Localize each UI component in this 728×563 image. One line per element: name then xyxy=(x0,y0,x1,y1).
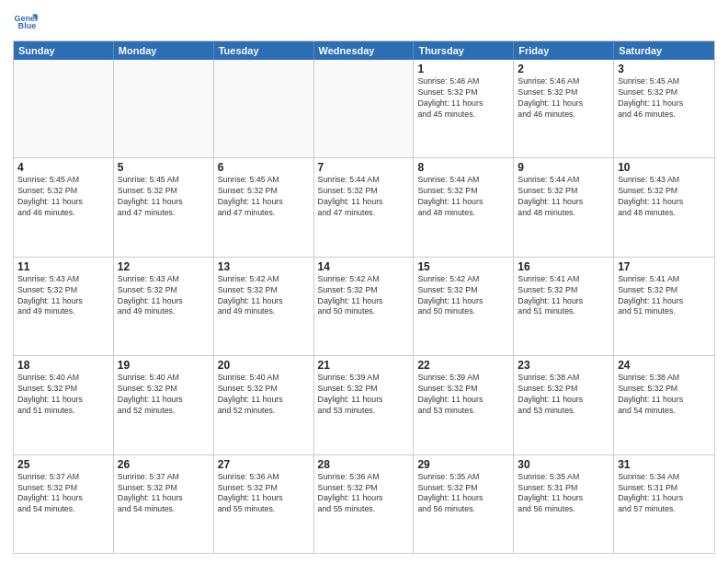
cell-info: Sunrise: 5:41 AM Sunset: 5:32 PM Dayligh… xyxy=(618,274,711,318)
day-cell-11: 11Sunrise: 5:43 AM Sunset: 5:32 PM Dayli… xyxy=(14,258,114,355)
day-number: 21 xyxy=(318,359,410,372)
cell-info: Sunrise: 5:38 AM Sunset: 5:32 PM Dayligh… xyxy=(618,373,711,417)
day-number: 17 xyxy=(618,260,711,273)
day-number: 29 xyxy=(417,458,509,471)
day-number: 26 xyxy=(118,458,210,471)
cell-info: Sunrise: 5:44 AM Sunset: 5:32 PM Dayligh… xyxy=(318,175,410,219)
day-cell-23: 23Sunrise: 5:38 AM Sunset: 5:32 PM Dayli… xyxy=(514,356,614,454)
day-number: 7 xyxy=(318,161,410,174)
day-cell-5: 5Sunrise: 5:45 AM Sunset: 5:32 PM Daylig… xyxy=(114,158,214,256)
calendar: SundayMondayTuesdayWednesdayThursdayFrid… xyxy=(13,40,715,554)
cell-info: Sunrise: 5:44 AM Sunset: 5:32 PM Dayligh… xyxy=(518,175,609,219)
day-number: 8 xyxy=(417,161,509,174)
empty-cell xyxy=(214,60,314,157)
cell-info: Sunrise: 5:36 AM Sunset: 5:32 PM Dayligh… xyxy=(318,472,410,516)
cell-info: Sunrise: 5:35 AM Sunset: 5:31 PM Dayligh… xyxy=(518,472,609,516)
day-cell-2: 2Sunrise: 5:46 AM Sunset: 5:32 PM Daylig… xyxy=(514,60,614,157)
day-cell-24: 24Sunrise: 5:38 AM Sunset: 5:32 PM Dayli… xyxy=(614,356,714,454)
calendar-row-2: 4Sunrise: 5:45 AM Sunset: 5:32 PM Daylig… xyxy=(14,157,714,256)
cell-info: Sunrise: 5:39 AM Sunset: 5:32 PM Dayligh… xyxy=(417,373,509,417)
day-number: 25 xyxy=(17,458,109,471)
day-cell-18: 18Sunrise: 5:40 AM Sunset: 5:32 PM Dayli… xyxy=(14,356,114,454)
page-header: General Blue xyxy=(13,9,715,35)
day-header-sunday: Sunday xyxy=(14,41,114,60)
day-cell-17: 17Sunrise: 5:41 AM Sunset: 5:32 PM Dayli… xyxy=(614,258,714,355)
calendar-row-3: 11Sunrise: 5:43 AM Sunset: 5:32 PM Dayli… xyxy=(14,257,714,355)
day-number: 19 xyxy=(118,359,210,372)
day-number: 11 xyxy=(17,260,109,273)
day-cell-4: 4Sunrise: 5:45 AM Sunset: 5:32 PM Daylig… xyxy=(14,158,114,256)
cell-info: Sunrise: 5:42 AM Sunset: 5:32 PM Dayligh… xyxy=(218,274,310,318)
day-number: 3 xyxy=(618,63,711,75)
day-header-saturday: Saturday xyxy=(614,41,714,60)
day-number: 9 xyxy=(518,161,609,174)
day-cell-21: 21Sunrise: 5:39 AM Sunset: 5:32 PM Dayli… xyxy=(314,356,415,454)
cell-info: Sunrise: 5:36 AM Sunset: 5:32 PM Dayligh… xyxy=(218,472,310,516)
day-number: 1 xyxy=(417,63,509,75)
day-cell-13: 13Sunrise: 5:42 AM Sunset: 5:32 PM Dayli… xyxy=(214,258,314,355)
day-number: 31 xyxy=(618,458,711,471)
logo-icon: General Blue xyxy=(13,9,39,35)
cell-info: Sunrise: 5:45 AM Sunset: 5:32 PM Dayligh… xyxy=(118,175,210,219)
day-cell-19: 19Sunrise: 5:40 AM Sunset: 5:32 PM Dayli… xyxy=(114,356,214,454)
day-header-wednesday: Wednesday xyxy=(314,41,415,60)
calendar-body: 1Sunrise: 5:46 AM Sunset: 5:32 PM Daylig… xyxy=(14,60,714,553)
cell-info: Sunrise: 5:43 AM Sunset: 5:32 PM Dayligh… xyxy=(618,175,711,219)
day-cell-26: 26Sunrise: 5:37 AM Sunset: 5:32 PM Dayli… xyxy=(114,455,214,553)
day-header-thursday: Thursday xyxy=(414,41,514,60)
day-number: 27 xyxy=(218,458,310,471)
day-number: 22 xyxy=(417,359,509,372)
day-number: 16 xyxy=(518,260,609,273)
cell-info: Sunrise: 5:40 AM Sunset: 5:32 PM Dayligh… xyxy=(118,373,210,417)
calendar-header: SundayMondayTuesdayWednesdayThursdayFrid… xyxy=(14,41,714,60)
day-header-friday: Friday xyxy=(514,41,614,60)
day-number: 2 xyxy=(518,63,609,75)
day-cell-30: 30Sunrise: 5:35 AM Sunset: 5:31 PM Dayli… xyxy=(514,455,614,553)
day-cell-8: 8Sunrise: 5:44 AM Sunset: 5:32 PM Daylig… xyxy=(414,158,514,256)
day-number: 30 xyxy=(518,458,609,471)
day-cell-9: 9Sunrise: 5:44 AM Sunset: 5:32 PM Daylig… xyxy=(514,158,614,256)
day-number: 23 xyxy=(518,359,609,372)
cell-info: Sunrise: 5:45 AM Sunset: 5:32 PM Dayligh… xyxy=(17,175,109,219)
cell-info: Sunrise: 5:46 AM Sunset: 5:32 PM Dayligh… xyxy=(518,76,609,121)
svg-text:Blue: Blue xyxy=(18,21,37,30)
calendar-row-5: 25Sunrise: 5:37 AM Sunset: 5:32 PM Dayli… xyxy=(14,454,714,553)
cell-info: Sunrise: 5:45 AM Sunset: 5:32 PM Dayligh… xyxy=(218,175,310,219)
cell-info: Sunrise: 5:42 AM Sunset: 5:32 PM Dayligh… xyxy=(417,274,509,318)
day-cell-12: 12Sunrise: 5:43 AM Sunset: 5:32 PM Dayli… xyxy=(114,258,214,355)
logo: General Blue xyxy=(13,9,39,35)
cell-info: Sunrise: 5:37 AM Sunset: 5:32 PM Dayligh… xyxy=(118,472,210,516)
cell-info: Sunrise: 5:34 AM Sunset: 5:31 PM Dayligh… xyxy=(618,472,711,516)
day-cell-14: 14Sunrise: 5:42 AM Sunset: 5:32 PM Dayli… xyxy=(314,258,415,355)
day-cell-28: 28Sunrise: 5:36 AM Sunset: 5:32 PM Dayli… xyxy=(314,455,415,553)
cell-info: Sunrise: 5:37 AM Sunset: 5:32 PM Dayligh… xyxy=(17,472,109,516)
empty-cell xyxy=(114,60,214,157)
empty-cell xyxy=(14,60,114,157)
cell-info: Sunrise: 5:43 AM Sunset: 5:32 PM Dayligh… xyxy=(17,274,109,318)
day-number: 12 xyxy=(118,260,210,273)
day-cell-3: 3Sunrise: 5:45 AM Sunset: 5:32 PM Daylig… xyxy=(614,60,714,157)
cell-info: Sunrise: 5:43 AM Sunset: 5:32 PM Dayligh… xyxy=(118,274,210,318)
day-number: 28 xyxy=(318,458,410,471)
cell-info: Sunrise: 5:38 AM Sunset: 5:32 PM Dayligh… xyxy=(518,373,609,417)
day-number: 14 xyxy=(318,260,410,273)
day-number: 5 xyxy=(118,161,210,174)
day-number: 20 xyxy=(218,359,310,372)
day-header-monday: Monday xyxy=(114,41,214,60)
cell-info: Sunrise: 5:35 AM Sunset: 5:32 PM Dayligh… xyxy=(417,472,509,516)
day-number: 13 xyxy=(218,260,310,273)
day-cell-29: 29Sunrise: 5:35 AM Sunset: 5:32 PM Dayli… xyxy=(414,455,514,553)
cell-info: Sunrise: 5:44 AM Sunset: 5:32 PM Dayligh… xyxy=(417,175,509,219)
calendar-row-1: 1Sunrise: 5:46 AM Sunset: 5:32 PM Daylig… xyxy=(14,60,714,157)
day-number: 10 xyxy=(618,161,711,174)
cell-info: Sunrise: 5:39 AM Sunset: 5:32 PM Dayligh… xyxy=(318,373,410,417)
day-number: 15 xyxy=(417,260,509,273)
day-number: 6 xyxy=(218,161,310,174)
day-cell-20: 20Sunrise: 5:40 AM Sunset: 5:32 PM Dayli… xyxy=(214,356,314,454)
day-cell-22: 22Sunrise: 5:39 AM Sunset: 5:32 PM Dayli… xyxy=(414,356,514,454)
cell-info: Sunrise: 5:40 AM Sunset: 5:32 PM Dayligh… xyxy=(218,373,310,417)
cell-info: Sunrise: 5:45 AM Sunset: 5:32 PM Dayligh… xyxy=(618,76,711,121)
day-cell-10: 10Sunrise: 5:43 AM Sunset: 5:32 PM Dayli… xyxy=(614,158,714,256)
calendar-row-4: 18Sunrise: 5:40 AM Sunset: 5:32 PM Dayli… xyxy=(14,355,714,454)
cell-info: Sunrise: 5:40 AM Sunset: 5:32 PM Dayligh… xyxy=(17,373,109,417)
